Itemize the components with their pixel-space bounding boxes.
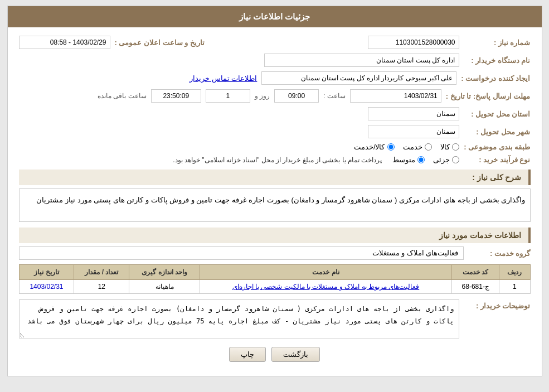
buyer-notes-textarea[interactable] <box>19 299 459 338</box>
back-button[interactable]: بازگشت <box>271 347 320 362</box>
col-qty: تعداد / مقدار <box>74 265 129 280</box>
need-number-label: شماره نیاز : <box>464 38 531 47</box>
buyer-org-label: نام دستگاه خریدار : <box>464 56 531 65</box>
buttons-row: بازگشت چاپ <box>19 347 531 367</box>
content-area: شماره نیاز : تاریخ و ساعت اعلان عمومی : … <box>8 27 542 376</box>
contact-info-link[interactable]: اطلاعات تماس خریدار <box>190 74 257 83</box>
services-table: ردیف کد خدمت نام خدمت واحد اندازه گیری ت… <box>19 264 531 294</box>
buyer-org-row: نام دستگاه خریدار : <box>19 54 531 67</box>
delivery-province-label: استان محل تحویل : <box>464 110 531 118</box>
buyer-org-input <box>264 54 459 67</box>
radio-kala-item: کالا <box>440 143 459 151</box>
service-group-row: گروه خدمت : فعالیت‌های املاک و مستغلات <box>19 246 531 260</box>
subject-label: طبقه بندی موضوعی : <box>464 143 531 151</box>
col-row: ردیف <box>499 265 530 280</box>
remaining-time-input <box>151 89 201 103</box>
col-code: کد خدمت <box>452 265 499 280</box>
print-button[interactable]: چاپ <box>229 347 266 362</box>
days-input <box>206 89 250 103</box>
need-number-input[interactable] <box>368 36 459 49</box>
buyer-notes-label: توضیحات خریدار : <box>464 299 531 310</box>
cell-unit: ماهیانه <box>129 280 200 294</box>
description-box: واگذاری بخشی از باجه های ادارات مرکزی ( … <box>19 188 531 222</box>
deadline-date-input <box>350 89 441 103</box>
radio-khedmat-label: خدمت <box>403 143 422 151</box>
process-type-row: نوع فرآیند خرید : جزئی متوسط پرداخت تمام… <box>19 156 531 164</box>
remaining-label: ساعت باقی مانده <box>98 92 147 100</box>
service-group-label: گروه خدمت : <box>464 249 531 258</box>
cell-code: ج-681-68 <box>452 280 499 294</box>
cell-qty: 12 <box>74 280 129 294</box>
col-unit: واحد اندازه گیری <box>129 265 200 280</box>
cell-name[interactable]: فعالیت‌های مربوط به املاک و مستغلات با م… <box>200 280 451 294</box>
requester-label: ایجاد کننده درخواست : <box>461 74 530 83</box>
requester-input <box>261 71 456 85</box>
process-type-label: نوع فرآیند خرید : <box>464 156 531 164</box>
radio-kala-khedmat-item: کالا/خدمت <box>354 143 395 151</box>
days-label: روز و <box>255 92 270 100</box>
buyer-notes-row: توضیحات خریدار : <box>19 299 531 338</box>
radio-khedmat-item: خدمت <box>403 143 432 151</box>
radio-jozvi-label: جزئی <box>433 156 450 164</box>
col-name: نام خدمت <box>200 265 451 280</box>
description-section-title: شرح کلی نیاز : <box>19 170 531 185</box>
radio-kala-label: کالا <box>440 143 450 151</box>
radio-jozvi-item: جزئی <box>433 156 459 164</box>
subject-radio-group: کالا خدمت کالا/خدمت <box>354 143 459 151</box>
page-header: جزئیات اطلاعات نیاز <box>8 6 542 27</box>
delivery-city-label: شهر محل تحویل : <box>464 128 531 136</box>
deadline-time-input <box>274 89 319 103</box>
radio-motavaset-item: متوسط <box>392 156 425 164</box>
radio-kala[interactable] <box>452 143 459 151</box>
deadline-label: مهلت ارسال پاسخ: تا تاریخ : <box>446 92 531 100</box>
radio-motavaset[interactable] <box>417 156 425 163</box>
delivery-city-row: شهر محل تحویل : <box>19 125 531 138</box>
process-radio-group: جزئی متوسط <box>392 156 459 164</box>
announce-input[interactable] <box>19 36 110 49</box>
radio-khedmat[interactable] <box>425 143 432 151</box>
process-note: پرداخت تمام یا بخشی از مبلغ خریدار از مح… <box>173 156 382 164</box>
subject-row: طبقه بندی موضوعی : کالا خدمت کالا/خدمت <box>19 143 531 151</box>
col-date: تاریخ نیاز <box>19 265 74 280</box>
requester-row: ایجاد کننده درخواست : اطلاعات تماس خریدا… <box>19 71 531 85</box>
radio-jozvi[interactable] <box>452 156 459 163</box>
time-label: ساعت : <box>323 92 346 100</box>
delivery-province-input <box>368 107 459 120</box>
service-group-value: فعالیت‌های املاک و مستغلات <box>19 246 464 260</box>
cell-date: 1403/02/31 <box>19 280 74 294</box>
radio-kala-khedmat[interactable] <box>387 143 395 151</box>
delivery-province-row: استان محل تحویل : <box>19 107 531 120</box>
table-header-row: ردیف کد خدمت نام خدمت واحد اندازه گیری ت… <box>19 265 530 280</box>
radio-kala-khedmat-label: کالا/خدمت <box>354 143 385 151</box>
table-row: 1 ج-681-68 فعالیت‌های مربوط به املاک و م… <box>19 280 530 294</box>
page-title: جزئیات اطلاعات نیاز <box>239 12 310 21</box>
cell-row: 1 <box>499 280 530 294</box>
announce-label: تاریخ و ساعت اعلان عمومی : <box>115 38 205 47</box>
radio-motavaset-label: متوسط <box>392 156 415 164</box>
delivery-city-input <box>368 125 459 138</box>
deadline-row: مهلت ارسال پاسخ: تا تاریخ : ساعت : روز و… <box>19 89 531 103</box>
need-number-row: شماره نیاز : تاریخ و ساعت اعلان عمومی : <box>19 36 531 49</box>
main-container: جزئیات اطلاعات نیاز شماره نیاز : تاریخ و… <box>7 6 542 376</box>
service-section-title: اطلاعات خدمات مورد نیاز <box>19 228 531 243</box>
